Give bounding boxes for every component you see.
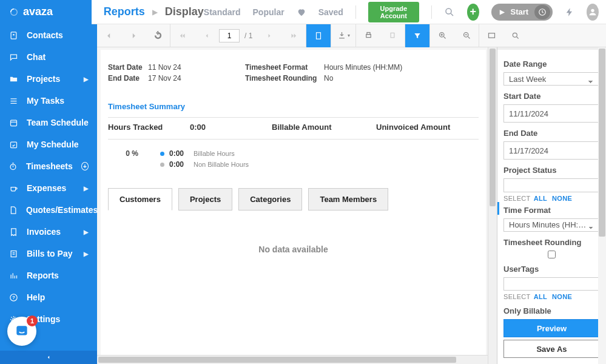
intercom-fab[interactable]: 1: [7, 317, 36, 346]
breadcrumb-reports[interactable]: Reports: [104, 5, 145, 18]
sidebar-item-label: Quotes/Estimates: [26, 205, 98, 215]
dot-billable-icon: [160, 152, 164, 156]
svg-text:?: ?: [12, 295, 15, 300]
sidebar: Contacts Chat Projects▶ My Tasks Team Sc…: [0, 24, 97, 364]
filter-panel: Date Range Last Week Start Date End Date…: [497, 47, 606, 364]
chevron-right-icon: ▶: [152, 8, 158, 16]
breadcrumb: Reports ▶ Display: [92, 5, 204, 18]
plus-circle-icon[interactable]: +: [81, 162, 89, 170]
sidebar-item-label: Expenses: [27, 183, 66, 193]
zoom-out-icon[interactable]: [454, 24, 479, 47]
usertags-input[interactable]: [503, 277, 600, 291]
sidebar-item-contacts[interactable]: Contacts: [0, 24, 97, 46]
chat-icon: [8, 53, 18, 62]
tab-categories[interactable]: Categories: [238, 188, 302, 211]
sidebar-item-projects[interactable]: Projects▶: [0, 68, 97, 90]
fullwidth-icon[interactable]: [479, 24, 503, 47]
add-button[interactable]: +: [467, 4, 479, 21]
sidebar-item-bills[interactable]: Bills to Pay▶: [0, 243, 97, 265]
refresh-icon[interactable]: [146, 24, 170, 47]
prev-page-icon[interactable]: [195, 24, 219, 47]
select-all-link[interactable]: ALL: [534, 195, 547, 202]
menu-standard[interactable]: Standard: [204, 7, 241, 17]
sidebar-item-timesheets[interactable]: Timesheets+: [0, 155, 97, 177]
logo-text: avaza: [23, 5, 53, 18]
end-date-label: End Date: [108, 74, 148, 83]
clock-icon[interactable]: [534, 5, 550, 19]
print-icon[interactable]: [356, 24, 380, 47]
project-status-input[interactable]: [503, 178, 600, 192]
svg-rect-13: [16, 326, 27, 335]
svg-rect-16: [367, 33, 370, 35]
tab-customers[interactable]: Customers: [108, 188, 172, 211]
select-label: SELECT: [503, 293, 530, 300]
help-icon: ?: [8, 293, 18, 302]
filter-end-date-input[interactable]: [503, 141, 606, 160]
select-all-link[interactable]: ALL: [534, 293, 547, 300]
chevron-right-icon: ▶: [84, 76, 89, 83]
heart-icon[interactable]: [297, 7, 306, 17]
select-none-link[interactable]: NONE: [552, 195, 572, 202]
sidebar-item-label: Team Schedule: [27, 118, 89, 127]
sidebar-item-mytasks[interactable]: My Tasks: [0, 90, 97, 112]
dot-nonbillable-icon: [160, 163, 164, 167]
save-as-button[interactable]: Save As: [503, 340, 600, 358]
end-date-value: 17 Nov 24: [148, 74, 245, 83]
sidebar-item-teamschedule[interactable]: Team Schedule: [0, 112, 97, 133]
next-page-icon[interactable]: [257, 24, 281, 47]
bill-icon: [8, 249, 18, 258]
page-input[interactable]: [219, 29, 240, 42]
calendar-check-icon: [8, 140, 18, 149]
upgrade-button[interactable]: Upgrade Account: [368, 2, 419, 22]
sidebar-item-expenses[interactable]: Expenses▶: [0, 177, 97, 199]
svg-rect-17: [391, 33, 394, 38]
logo[interactable]: avaza: [0, 0, 92, 24]
time-format-select[interactable]: Hours Minutes (HH:…: [503, 218, 600, 232]
date-range-select[interactable]: Last Week: [503, 72, 600, 86]
single-page-icon[interactable]: [306, 24, 331, 47]
menu-saved[interactable]: Saved: [318, 7, 343, 17]
sidebar-item-myschedule[interactable]: My Schedule: [0, 133, 97, 155]
user-avatar[interactable]: [587, 4, 599, 21]
start-timer-button[interactable]: ▶ Start: [491, 4, 553, 21]
copy-icon[interactable]: [380, 24, 405, 47]
bolt-icon[interactable]: [565, 7, 574, 17]
last-page-icon[interactable]: [281, 24, 306, 47]
preview-button[interactable]: Preview: [503, 319, 600, 337]
first-page-icon[interactable]: [170, 24, 195, 47]
report-viewer: Start Date 11 Nov 24 Timesheet Format Ho…: [97, 47, 497, 364]
back-icon[interactable]: [97, 24, 121, 47]
forward-icon[interactable]: [121, 24, 146, 47]
select-none-link[interactable]: NONE: [552, 293, 572, 300]
vertical-scrollbar[interactable]: [488, 47, 497, 364]
sidebar-item-label: Reports: [27, 271, 59, 280]
filter-icon[interactable]: [405, 24, 429, 47]
sidebar-item-invoices[interactable]: Invoices▶: [0, 221, 97, 243]
play-icon: ▶: [500, 8, 505, 15]
filter-scrollbar[interactable]: [598, 47, 606, 364]
sidebar-item-chat[interactable]: Chat: [0, 46, 97, 68]
timesheet-rounding-checkbox[interactable]: [503, 251, 600, 258]
download-icon[interactable]: ▾: [331, 24, 355, 47]
tab-projects[interactable]: Projects: [178, 188, 232, 211]
sidebar-collapse[interactable]: [0, 351, 97, 364]
tab-team-members[interactable]: Team Members: [308, 188, 388, 211]
svg-point-0: [446, 8, 451, 14]
search-icon[interactable]: [503, 24, 528, 47]
filter-start-date-input[interactable]: [503, 104, 606, 123]
sidebar-item-help[interactable]: ?Help: [0, 286, 97, 308]
horizontal-scrollbar[interactable]: [97, 355, 488, 364]
sidebar-item-quotes[interactable]: Quotes/Estimates: [0, 199, 97, 221]
chart-icon: [8, 271, 18, 280]
svg-rect-7: [10, 142, 16, 147]
search-icon[interactable]: [444, 7, 455, 18]
svg-rect-6: [10, 120, 16, 126]
menu-popular[interactable]: Popular: [253, 7, 284, 17]
sidebar-item-label: Bills to Pay: [27, 249, 72, 258]
svg-point-3: [591, 8, 594, 12]
sidebar-item-reports[interactable]: Reports: [0, 265, 97, 286]
page-total: / 1: [244, 32, 252, 40]
zoom-in-icon[interactable]: [430, 24, 454, 47]
sidebar-item-label: My Schedule: [27, 140, 79, 149]
invoice-icon: [8, 228, 18, 237]
